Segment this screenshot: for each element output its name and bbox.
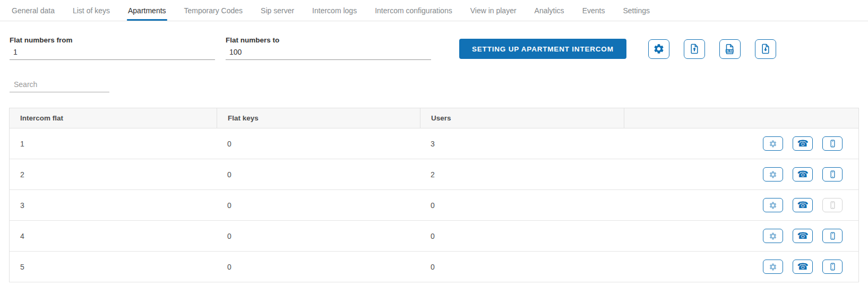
mobile-phone-icon <box>828 170 837 179</box>
tab-list-of-keys[interactable]: List of keys <box>73 0 110 21</box>
table-row: 5 0 0 ☎ <box>10 252 858 282</box>
cell-actions: ☎ <box>624 229 858 243</box>
flat-mobile-button[interactable] <box>822 229 843 243</box>
cell-flat-keys: 0 <box>217 170 420 179</box>
tab-intercom-configurations[interactable]: Intercom configurations <box>375 0 452 21</box>
upload-button[interactable] <box>684 39 705 59</box>
gear-icon <box>769 263 777 271</box>
flat-settings-button[interactable] <box>763 136 783 151</box>
table-body: 1 0 3 ☎ 2 0 <box>10 128 858 282</box>
tab-analytics[interactable]: Analytics <box>535 0 564 21</box>
flat-numbers-to-field: Flat numbers to <box>226 36 431 60</box>
cell-users: 0 <box>420 201 624 210</box>
cell-flat-keys: 0 <box>217 232 420 240</box>
flat-mobile-button[interactable] <box>822 136 843 151</box>
column-header-users: Users <box>420 108 624 128</box>
flat-numbers-from-field: Flat numbers from <box>10 36 215 60</box>
cell-actions: ☎ <box>624 260 858 274</box>
toolbar: SETTING UP APARTMENT INTERCOM <box>459 39 776 59</box>
cell-actions: ☎ <box>624 167 858 182</box>
cell-users: 3 <box>420 140 624 148</box>
column-header-flat-keys: Flat keys <box>217 108 420 128</box>
tab-temporary-codes[interactable]: Temporary Codes <box>184 0 243 21</box>
gear-icon <box>769 201 777 210</box>
flat-mobile-button[interactable] <box>822 260 843 274</box>
file-upload-icon <box>689 43 700 55</box>
cell-actions: ☎ <box>624 136 858 151</box>
cell-actions: ☎ <box>624 198 858 212</box>
flat-phone-button[interactable]: ☎ <box>793 260 813 274</box>
xlsx-label: XLSX <box>727 49 734 52</box>
table-row: 4 0 0 ☎ <box>10 221 858 252</box>
setting-up-apartment-intercom-button[interactable]: SETTING UP APARTMENT INTERCOM <box>459 39 626 59</box>
gear-icon <box>769 140 777 148</box>
mobile-phone-icon <box>828 201 837 210</box>
flat-settings-button[interactable] <box>763 167 783 182</box>
table-row: 3 0 0 ☎ <box>10 190 858 221</box>
gear-icon <box>769 232 777 240</box>
cell-flat-keys: 0 <box>217 140 420 148</box>
flat-settings-button[interactable] <box>763 260 783 274</box>
flat-mobile-button <box>822 198 843 212</box>
mobile-phone-icon <box>828 231 837 240</box>
mobile-phone-icon <box>828 139 837 148</box>
flat-phone-button[interactable]: ☎ <box>793 198 813 212</box>
flat-numbers-from-label: Flat numbers from <box>10 36 215 44</box>
table-row: 2 0 2 ☎ <box>10 159 858 190</box>
flat-numbers-from-input[interactable] <box>10 46 215 60</box>
table-row: 1 0 3 ☎ <box>10 128 858 159</box>
cell-intercom-flat: 3 <box>10 201 217 210</box>
tab-general-data[interactable]: General data <box>12 0 55 21</box>
download-button[interactable] <box>755 39 776 59</box>
column-header-intercom-flat: Intercom flat <box>10 108 217 128</box>
filters-row: Flat numbers from Flat numbers to SETTIN… <box>0 21 868 60</box>
flat-settings-button[interactable] <box>763 229 783 243</box>
flat-settings-button[interactable] <box>763 198 783 212</box>
export-xlsx-button[interactable]: XLSX <box>719 39 741 59</box>
cell-flat-keys: 0 <box>217 263 420 271</box>
tab-sip-server[interactable]: Sip server <box>261 0 294 21</box>
cell-flat-keys: 0 <box>217 201 420 210</box>
settings-button[interactable] <box>648 39 669 59</box>
search-field <box>10 78 109 92</box>
cell-users: 2 <box>420 170 624 179</box>
file-download-icon <box>760 43 771 55</box>
tab-settings[interactable]: Settings <box>623 0 650 21</box>
flat-phone-button[interactable]: ☎ <box>793 167 813 182</box>
search-input[interactable] <box>10 78 109 92</box>
cell-intercom-flat: 2 <box>10 170 217 179</box>
phone-icon: ☎ <box>797 231 808 240</box>
gear-icon <box>653 43 665 55</box>
tab-bar: General dataList of keysApartmentsTempor… <box>0 0 868 21</box>
gear-icon <box>769 170 777 179</box>
flat-phone-button[interactable]: ☎ <box>793 136 813 151</box>
flat-phone-button[interactable]: ☎ <box>793 229 813 243</box>
cell-intercom-flat: 5 <box>10 263 217 271</box>
table-header: Intercom flat Flat keys Users <box>10 108 858 128</box>
column-header-actions <box>624 108 858 128</box>
tab-intercom-logs[interactable]: Intercom logs <box>312 0 357 21</box>
mobile-phone-icon <box>828 262 837 271</box>
flat-mobile-button[interactable] <box>822 167 843 182</box>
flat-numbers-to-input[interactable] <box>226 46 431 60</box>
cell-intercom-flat: 1 <box>10 140 217 148</box>
flat-numbers-to-label: Flat numbers to <box>226 36 431 44</box>
tab-events[interactable]: Events <box>582 0 605 21</box>
cell-intercom-flat: 4 <box>10 232 217 240</box>
tab-view-in-player[interactable]: View in player <box>470 0 517 21</box>
phone-icon: ☎ <box>797 262 808 271</box>
phone-icon: ☎ <box>797 170 808 179</box>
apartments-table: Intercom flat Flat keys Users 1 0 3 ☎ <box>9 108 859 282</box>
phone-icon: ☎ <box>797 139 808 148</box>
tab-apartments[interactable]: Apartments <box>128 0 166 21</box>
phone-icon: ☎ <box>797 201 808 210</box>
cell-users: 0 <box>420 232 624 240</box>
xlsx-file-icon: XLSX <box>724 43 736 55</box>
cell-users: 0 <box>420 263 624 271</box>
